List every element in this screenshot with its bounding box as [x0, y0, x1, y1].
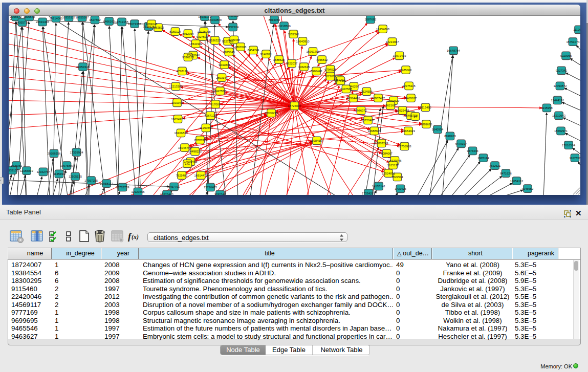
svg-text:9329966: 9329966 [560, 54, 572, 57]
svg-text:16961758: 16961758 [307, 50, 320, 53]
svg-text:1621072: 1621072 [324, 75, 336, 78]
svg-text:7986372: 7986372 [355, 109, 367, 112]
svg-text:2087682: 2087682 [365, 18, 377, 21]
svg-text:15716485: 15716485 [204, 186, 217, 189]
svg-text:12444191: 12444191 [551, 99, 564, 102]
svg-text:10655267: 10655267 [76, 16, 89, 19]
svg-text:1939151: 1939151 [9, 169, 18, 172]
svg-text:8427552: 8427552 [214, 90, 226, 93]
svg-text:12505135: 12505135 [69, 175, 82, 178]
svg-text:9275468: 9275468 [228, 38, 240, 41]
svg-text:9227342: 9227342 [556, 69, 568, 72]
svg-text:1112614: 1112614 [573, 28, 580, 31]
svg-text:17359924: 17359924 [70, 151, 84, 154]
svg-text:2935114: 2935114 [477, 157, 489, 160]
svg-text:8990448: 8990448 [311, 70, 322, 73]
svg-text:1733426: 1733426 [395, 187, 406, 190]
svg-text:10756928: 10756928 [398, 145, 411, 148]
svg-text:19218506: 19218506 [277, 25, 291, 28]
svg-text:9463621: 9463621 [227, 16, 239, 17]
svg-text:10353127: 10353127 [62, 16, 76, 19]
svg-text:10807487: 10807487 [372, 97, 385, 100]
svg-text:16210643: 16210643 [552, 114, 565, 117]
svg-text:13226058: 13226058 [198, 30, 211, 33]
svg-text:20691406: 20691406 [36, 20, 49, 24]
svg-text:1640954: 1640954 [432, 128, 444, 131]
svg-text:16120746: 16120746 [388, 159, 402, 162]
svg-text:14055714: 14055714 [16, 21, 30, 24]
svg-text:8938923: 8938923 [444, 135, 456, 138]
svg-text:16671355: 16671355 [128, 23, 141, 26]
svg-text:3522514: 3522514 [391, 176, 403, 179]
svg-text:10973493: 10973493 [393, 54, 406, 57]
svg-text:9115460: 9115460 [420, 106, 431, 109]
svg-text:15692971: 15692971 [554, 129, 568, 133]
svg-text:1031073: 1031073 [171, 101, 183, 104]
svg-text:8267130: 8267130 [205, 114, 216, 117]
svg-text:3822037: 3822037 [286, 62, 298, 65]
svg-text:1905572: 1905572 [24, 16, 35, 18]
svg-text:6794028: 6794028 [324, 68, 336, 71]
svg-text:7485063: 7485063 [400, 69, 412, 72]
svg-text:8454749: 8454749 [248, 49, 259, 52]
svg-text:16914479: 16914479 [194, 174, 208, 177]
svg-text:9084067: 9084067 [381, 152, 393, 155]
svg-text:9396123: 9396123 [182, 56, 194, 59]
svg-text:12156819: 12156819 [20, 169, 33, 172]
svg-text:(x): (x) [132, 233, 139, 240]
svg-text:9463627: 9463627 [405, 97, 417, 100]
svg-text:19654923: 19654923 [402, 129, 415, 133]
svg-text:19166825: 19166825 [175, 132, 188, 135]
svg-text:7625402: 7625402 [176, 174, 188, 177]
svg-text:9245652: 9245652 [522, 187, 534, 190]
svg-text:8878332: 8878332 [194, 139, 206, 142]
svg-text:18807249: 18807249 [375, 142, 388, 145]
svg-text:17334261: 17334261 [362, 192, 375, 195]
svg-text:12213967: 12213967 [386, 40, 399, 43]
svg-text:141: 141 [185, 162, 190, 165]
svg-text:8160124: 8160124 [169, 30, 181, 33]
svg-text:18640910: 18640910 [296, 40, 310, 43]
svg-text:17016504: 17016504 [562, 144, 576, 147]
svg-text:9777169: 9777169 [335, 79, 346, 82]
svg-text:14136141: 14136141 [372, 185, 385, 188]
svg-text:19654925: 19654925 [171, 118, 185, 121]
svg-text:16914061: 16914061 [50, 17, 63, 20]
svg-text:8813054: 8813054 [269, 18, 280, 21]
svg-text:1935061: 1935061 [11, 164, 23, 167]
svg-text:15524851: 15524851 [382, 172, 395, 175]
svg-text:16782759: 16782759 [116, 186, 129, 189]
svg-text:6466160: 6466160 [103, 20, 115, 23]
svg-text:7357224: 7357224 [227, 26, 239, 29]
svg-text:9146821: 9146821 [260, 53, 272, 56]
svg-text:20053346: 20053346 [76, 65, 90, 69]
svg-text:10688609: 10688609 [368, 129, 381, 133]
svg-text:8912954: 8912954 [182, 32, 194, 35]
svg-text:16543382: 16543382 [189, 42, 203, 46]
svg-text:1132541: 1132541 [288, 33, 299, 36]
svg-text:9327503: 9327503 [197, 35, 208, 38]
svg-text:8471626: 8471626 [500, 172, 512, 175]
svg-text:12942757: 12942757 [37, 170, 50, 173]
svg-text:9284646: 9284646 [146, 23, 158, 26]
svg-text:10654112: 10654112 [510, 180, 523, 183]
svg-text:1167537: 1167537 [569, 157, 580, 160]
svg-text:8186323: 8186323 [209, 39, 221, 42]
svg-text:16033809: 16033809 [208, 18, 222, 21]
svg-text:6899695: 6899695 [421, 123, 432, 126]
svg-text:7632621: 7632621 [489, 164, 501, 167]
svg-text:18300295: 18300295 [265, 112, 278, 115]
svg-text:9463629: 9463629 [388, 99, 400, 102]
svg-text:7663822: 7663822 [153, 26, 164, 29]
svg-text:2867608: 2867608 [235, 46, 247, 49]
svg-text:7955812: 7955812 [316, 58, 328, 61]
svg-text:3215958: 3215958 [541, 106, 553, 110]
svg-text:12093872: 12093872 [554, 84, 567, 87]
svg-text:12923465: 12923465 [132, 190, 145, 193]
svg-text:84: 84 [413, 115, 417, 118]
svg-text:1362615: 1362615 [298, 65, 310, 69]
svg-text:18724007: 18724007 [288, 104, 301, 107]
svg-text:9474444: 9474444 [467, 149, 478, 152]
svg-text:2065572: 2065572 [10, 16, 22, 18]
svg-text:3875645: 3875645 [223, 51, 235, 54]
